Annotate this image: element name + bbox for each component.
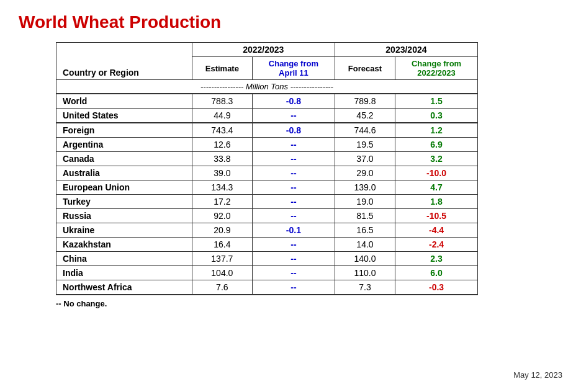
forecast-cell: 140.0 [335, 252, 395, 266]
change-april-cell: -- [253, 266, 335, 280]
forecast-cell: 139.0 [335, 180, 395, 195]
change-april-cell: -- [253, 138, 335, 152]
forecast-cell: 14.0 [335, 238, 395, 252]
change-april-cell: -- [253, 280, 335, 295]
change-april-cell: -- [253, 109, 335, 123]
change-april-cell: -- [253, 195, 335, 209]
change-april-cell: -0.8 [253, 123, 335, 138]
estimate-cell: 137.7 [192, 252, 252, 266]
country-cell: Australia [56, 166, 192, 180]
change-2023-header: Change from 2022/2023 [395, 57, 478, 80]
change-2023-cell: -10.0 [395, 166, 478, 180]
table-row: China137.7--140.02.3 [56, 252, 478, 266]
country-cell: Ukraine [56, 223, 192, 238]
country-cell: Kazakhstan [56, 238, 192, 252]
change-2023-cell: -0.3 [395, 280, 478, 295]
forecast-cell: 37.0 [335, 152, 395, 166]
year2-header: 2023/2024 [335, 43, 477, 57]
table-row: Russia92.0--81.5-10.5 [56, 209, 478, 223]
change-2023-cell: -4.4 [395, 223, 478, 238]
change-2023-cell: 3.2 [395, 152, 478, 166]
forecast-cell: 81.5 [335, 209, 395, 223]
forecast-cell: 744.6 [335, 123, 395, 138]
country-cell: Russia [56, 209, 192, 223]
million-tons-label: ---------------- Million Tons ----------… [56, 80, 478, 94]
country-cell: Northwest Africa [56, 280, 192, 295]
estimate-cell: 16.4 [192, 238, 252, 252]
estimate-cell: 7.6 [192, 280, 252, 295]
change-april-header: Change from April 11 [253, 57, 335, 80]
country-cell: European Union [56, 180, 192, 195]
change-april-cell: -- [253, 166, 335, 180]
country-cell: World [56, 94, 192, 109]
change-2023-cell: 0.3 [395, 109, 478, 123]
change-april-cell: -- [253, 209, 335, 223]
table-row: World788.3-0.8789.81.5 [56, 94, 478, 109]
forecast-cell: 789.8 [335, 94, 395, 109]
estimate-cell: 44.9 [192, 109, 252, 123]
table-row: Ukraine20.9-0.116.5-4.4 [56, 223, 478, 238]
table-row: Argentina12.6--19.56.9 [56, 138, 478, 152]
change-2023-cell: 4.7 [395, 180, 478, 195]
country-cell: Canada [56, 152, 192, 166]
change-2023-cell: 6.0 [395, 266, 478, 280]
estimate-cell: 788.3 [192, 94, 252, 109]
table-row: Australia39.0--29.0-10.0 [56, 166, 478, 180]
change-april-cell: -- [253, 238, 335, 252]
change-april-cell: -- [253, 252, 335, 266]
estimate-header: Estimate [192, 57, 252, 80]
estimate-cell: 92.0 [192, 209, 252, 223]
estimate-cell: 134.3 [192, 180, 252, 195]
forecast-cell: 7.3 [335, 280, 395, 295]
estimate-cell: 743.4 [192, 123, 252, 138]
footnote: -- No change. [56, 299, 562, 308]
date-stamp: May 12, 2023 [513, 370, 562, 380]
forecast-cell: 19.0 [335, 195, 395, 209]
change-2023-cell: 2.3 [395, 252, 478, 266]
table-row: Canada33.8--37.03.2 [56, 152, 478, 166]
forecast-cell: 19.5 [335, 138, 395, 152]
forecast-cell: 16.5 [335, 223, 395, 238]
change-april-cell: -- [253, 180, 335, 195]
forecast-cell: 110.0 [335, 266, 395, 280]
estimate-cell: 33.8 [192, 152, 252, 166]
table-row: Kazakhstan16.4--14.0-2.4 [56, 238, 478, 252]
table-row: Foreign743.4-0.8744.61.2 [56, 123, 478, 138]
estimate-cell: 20.9 [192, 223, 252, 238]
forecast-cell: 45.2 [335, 109, 395, 123]
country-cell: Foreign [56, 123, 192, 138]
table-row: Turkey17.2--19.01.8 [56, 195, 478, 209]
country-cell: United States [56, 109, 192, 123]
table-row: United States44.9--45.20.3 [56, 109, 478, 123]
change-2023-cell: 1.5 [395, 94, 478, 109]
change-april-cell: -- [253, 152, 335, 166]
forecast-cell: 29.0 [335, 166, 395, 180]
change-2023-cell: -10.5 [395, 209, 478, 223]
table-row: India104.0--110.06.0 [56, 266, 478, 280]
country-cell: India [56, 266, 192, 280]
estimate-cell: 12.6 [192, 138, 252, 152]
change-april-cell: -0.8 [253, 94, 335, 109]
table-row: Northwest Africa7.6--7.3-0.3 [56, 280, 478, 295]
year1-header: 2022/2023 [192, 43, 335, 57]
change-2023-cell: -2.4 [395, 238, 478, 252]
country-cell: Argentina [56, 138, 192, 152]
estimate-cell: 39.0 [192, 166, 252, 180]
estimate-cell: 17.2 [192, 195, 252, 209]
page-title: World Wheat Production [19, 12, 562, 32]
country-cell: China [56, 252, 192, 266]
forecast-header: Forecast [335, 57, 395, 80]
change-2023-cell: 1.8 [395, 195, 478, 209]
country-header: Country or Region [56, 43, 192, 80]
estimate-cell: 104.0 [192, 266, 252, 280]
change-april-cell: -0.1 [253, 223, 335, 238]
table-row: European Union134.3--139.04.7 [56, 180, 478, 195]
change-2023-cell: 1.2 [395, 123, 478, 138]
change-2023-cell: 6.9 [395, 138, 478, 152]
country-cell: Turkey [56, 195, 192, 209]
